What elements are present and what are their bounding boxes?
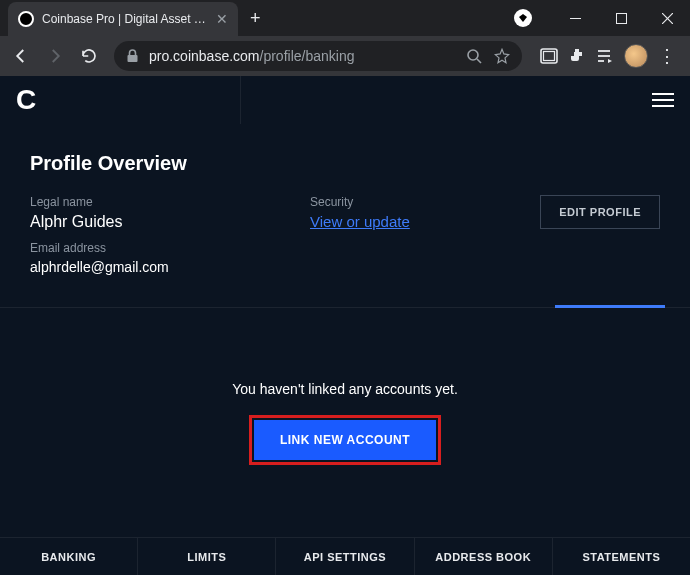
page-content: C Profile Overview Legal name Alphr Guid… [0,76,690,575]
address-bar[interactable]: pro.coinbase.com/profile/banking [114,41,522,71]
banking-content: You haven't linked any accounts yet. LIN… [0,308,690,537]
security-link[interactable]: View or update [310,213,410,230]
browser-menu-icon[interactable]: ⋮ [658,45,676,67]
tab-api-settings[interactable]: API SETTINGS [276,538,414,575]
svg-rect-8 [544,52,555,61]
reload-button[interactable] [74,41,104,71]
coinbase-logo[interactable]: C [16,84,36,116]
tab-banking[interactable]: BANKING [0,538,138,575]
zoom-icon[interactable] [466,48,482,64]
window-controls [514,0,690,36]
back-button[interactable] [6,41,36,71]
page-title: Profile Overview [30,152,660,175]
legal-name-label: Legal name [30,195,270,209]
coinbase-favicon [18,11,34,27]
link-account-highlight: LINK NEW ACCOUNT [249,415,441,465]
toolbar-right: ⋮ [532,44,684,68]
active-tab-indicator [555,305,665,308]
security-label: Security [310,195,500,209]
link-new-account-button[interactable]: LINK NEW ACCOUNT [254,420,436,460]
extensions-icon[interactable] [568,47,586,65]
reader-mode-icon[interactable] [540,47,558,65]
app-header: C [0,76,690,124]
tab-limits[interactable]: LIMITS [138,538,276,575]
svg-line-6 [477,59,481,63]
browser-tab[interactable]: Coinbase Pro | Digital Asset Exch ✕ [8,2,238,36]
profile-tabs: BANKING LIMITS API SETTINGS ADDRESS BOOK… [0,537,690,575]
edit-profile-button[interactable]: EDIT PROFILE [540,195,660,229]
maximize-button[interactable] [598,0,644,36]
email-value: alphrdelle@gmail.com [30,259,270,275]
svg-rect-4 [128,55,138,62]
minimize-button[interactable] [552,0,598,36]
tab-title: Coinbase Pro | Digital Asset Exch [42,12,210,26]
tab-address-book[interactable]: ADDRESS BOOK [415,538,553,575]
no-accounts-message: You haven't linked any accounts yet. [232,381,458,397]
email-label: Email address [30,241,270,255]
bookmark-star-icon[interactable] [494,48,510,64]
media-control-icon[interactable] [596,47,614,65]
profile-overview-section: Profile Overview Legal name Alphr Guides… [0,124,690,308]
new-tab-button[interactable]: + [250,8,261,29]
browser-toolbar: pro.coinbase.com/profile/banking ⋮ [0,36,690,76]
window-titlebar: Coinbase Pro | Digital Asset Exch ✕ + [0,0,690,36]
url-path: /profile/banking [260,48,355,64]
hamburger-menu-icon[interactable] [652,93,674,107]
svg-rect-1 [616,13,626,23]
close-window-button[interactable] [644,0,690,36]
svg-point-5 [468,50,478,60]
url-host: pro.coinbase.com [149,48,260,64]
legal-name-value: Alphr Guides [30,213,270,231]
lock-icon [126,49,139,63]
profile-avatar[interactable] [624,44,648,68]
close-tab-icon[interactable]: ✕ [216,11,228,27]
tab-statements[interactable]: STATEMENTS [553,538,690,575]
forward-button[interactable] [40,41,70,71]
vpn-indicator-icon[interactable] [514,9,532,27]
